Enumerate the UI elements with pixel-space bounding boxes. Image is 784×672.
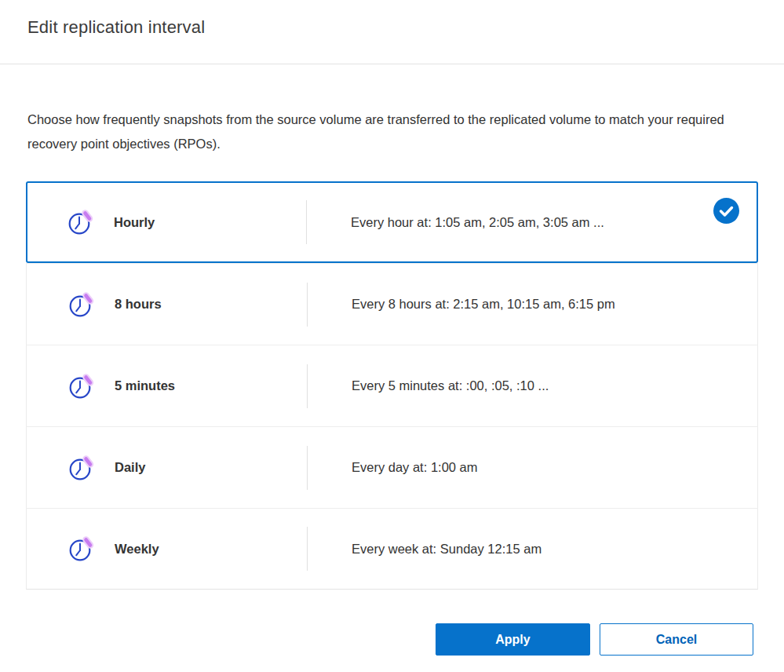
interval-option-label: 5 minutes (115, 378, 307, 393)
clock-icon (67, 454, 95, 482)
column-divider (307, 527, 308, 571)
interval-option-8-hours[interactable]: 8 hours Every 8 hours at: 2:15 am, 10:15… (26, 263, 758, 345)
page-title: Edit replication interval (27, 17, 757, 38)
interval-option-label: Hourly (114, 215, 306, 230)
interval-option-label: Daily (115, 460, 307, 475)
apply-button[interactable]: Apply (436, 623, 590, 656)
intro-text: Choose how frequently snapshots from the… (27, 108, 757, 156)
clock-icon (67, 290, 95, 319)
interval-option-hourly[interactable]: Hourly Every hour at: 1:05 am, 2:05 am, … (26, 181, 758, 263)
interval-option-weekly[interactable]: Weekly Every week at: Sunday 12:15 am (26, 508, 758, 590)
clock-icon (67, 535, 95, 563)
interval-option-description: Every week at: Sunday 12:15 am (352, 542, 542, 557)
column-divider (307, 283, 308, 327)
interval-option-description: Every 8 hours at: 2:15 am, 10:15 am, 6:1… (352, 297, 615, 312)
clock-icon (67, 372, 95, 400)
interval-option-description: Every hour at: 1:05 am, 2:05 am, 3:05 am… (351, 215, 604, 230)
interval-option-5-minutes[interactable]: 5 minutes Every 5 minutes at: :00, :05, … (26, 345, 758, 426)
dialog-actions: Apply Cancel (0, 623, 753, 656)
interval-option-daily[interactable]: Daily Every day at: 1:00 am (26, 426, 758, 508)
column-divider (307, 364, 308, 408)
cancel-button[interactable]: Cancel (600, 623, 753, 656)
check-icon (713, 198, 739, 224)
interval-option-description: Every 5 minutes at: :00, :05, :10 ... (352, 378, 549, 393)
interval-option-description: Every day at: 1:00 am (352, 460, 478, 475)
interval-options-list: Hourly Every hour at: 1:05 am, 2:05 am, … (26, 181, 758, 590)
dialog-header: Edit replication interval (0, 0, 784, 64)
clock-icon (66, 208, 94, 236)
interval-option-label: 8 hours (115, 297, 307, 312)
column-divider (307, 446, 308, 490)
column-divider (306, 200, 307, 244)
interval-option-label: Weekly (115, 542, 307, 557)
